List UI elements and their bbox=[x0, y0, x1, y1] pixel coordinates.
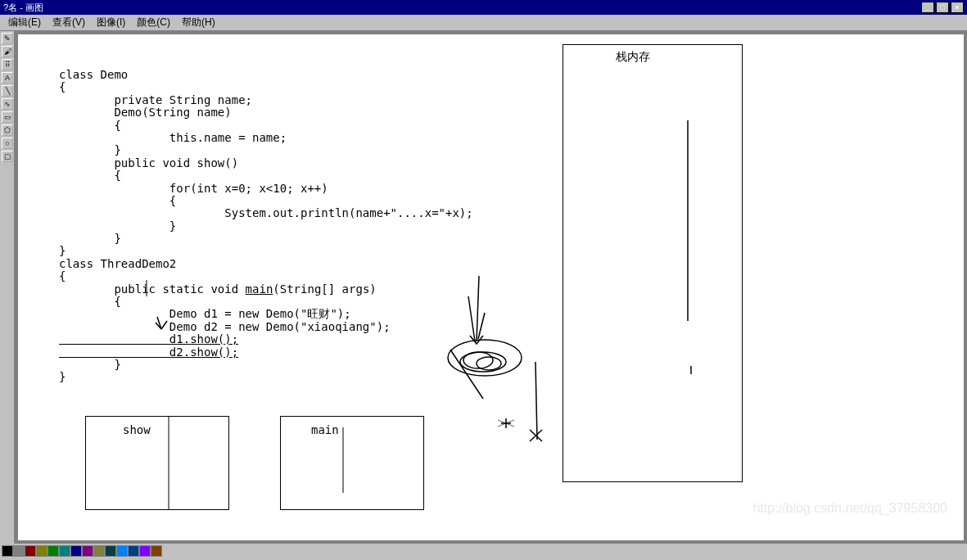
tool-curve-icon[interactable]: ∿ bbox=[2, 98, 13, 110]
color-green[interactable] bbox=[47, 545, 59, 557]
tool-line-icon[interactable]: ╲ bbox=[2, 85, 13, 97]
svg-line-6 bbox=[477, 276, 479, 341]
stack-memory-label: 栈内存 bbox=[616, 51, 650, 63]
tool-rect-icon[interactable]: ▭ bbox=[2, 111, 13, 123]
color-olive[interactable] bbox=[36, 545, 47, 557]
tool-panel: ✎ 🖌 ⠿ A ╲ ∿ ▭ ⬠ ○ ▢ bbox=[0, 31, 15, 544]
color-maroon[interactable] bbox=[25, 545, 36, 557]
tool-spray-icon[interactable]: ⠿ bbox=[2, 59, 13, 70]
color-darkteal[interactable] bbox=[105, 545, 116, 557]
color-navy[interactable] bbox=[70, 545, 82, 557]
menu-bar: 编辑(E) 查看(V) 图像(I) 颜色(C) 帮助(H) bbox=[0, 15, 967, 31]
stack-memory-box bbox=[563, 44, 743, 482]
tool-ellipse-icon[interactable]: ○ bbox=[2, 138, 13, 149]
show-box bbox=[85, 416, 229, 510]
menu-color[interactable]: 颜色(C) bbox=[132, 14, 175, 31]
svg-point-11 bbox=[477, 357, 501, 370]
color-gray[interactable] bbox=[13, 545, 25, 557]
main-box-label: main bbox=[311, 424, 339, 436]
menu-help[interactable]: 帮助(H) bbox=[177, 14, 220, 31]
title-bar: ?名 - 画图 _ □ × bbox=[0, 0, 967, 15]
watermark: http://blog.csdn.net/qq_37958300 bbox=[752, 501, 947, 516]
svg-line-7 bbox=[478, 313, 485, 339]
tool-pencil-icon[interactable]: ✎ bbox=[2, 33, 13, 44]
color-olive2[interactable] bbox=[93, 545, 105, 557]
color-blue[interactable] bbox=[116, 545, 128, 557]
canvas-wrapper: class Demo { private String name; Demo(S… bbox=[15, 31, 967, 544]
svg-line-13 bbox=[535, 362, 537, 440]
maximize-button[interactable]: □ bbox=[936, 2, 949, 13]
menu-edit[interactable]: 编辑(E) bbox=[3, 14, 46, 31]
color-teal[interactable] bbox=[59, 545, 70, 557]
color-black[interactable] bbox=[2, 545, 13, 557]
minimize-button[interactable]: _ bbox=[921, 2, 934, 13]
drawing-canvas[interactable]: class Demo { private String name; Demo(S… bbox=[18, 34, 964, 540]
tool-polygon-icon[interactable]: ⬠ bbox=[2, 124, 13, 136]
tool-brush-icon[interactable]: 🖌 bbox=[2, 46, 13, 57]
close-button[interactable]: × bbox=[951, 2, 964, 13]
window-controls: _ □ × bbox=[921, 2, 964, 13]
tool-rounded-icon[interactable]: ▢ bbox=[2, 151, 13, 162]
color-brown[interactable] bbox=[151, 545, 162, 557]
main-box bbox=[280, 416, 424, 510]
color-palette bbox=[0, 544, 164, 560]
color-violet[interactable] bbox=[139, 545, 151, 557]
tool-text-icon[interactable]: A bbox=[2, 72, 13, 84]
menu-image[interactable]: 图像(I) bbox=[92, 14, 130, 31]
color-purple[interactable] bbox=[82, 545, 93, 557]
main-area: ✎ 🖌 ⠿ A ╲ ∿ ▭ ⬠ ○ ▢ class Demo { private… bbox=[0, 31, 967, 544]
menu-view[interactable]: 查看(V) bbox=[47, 14, 90, 31]
code-text: class Demo { private String name; Demo(S… bbox=[59, 69, 473, 384]
window-title: ?名 - 画图 bbox=[3, 2, 43, 14]
color-darkblue[interactable] bbox=[128, 545, 139, 557]
show-box-label: show bbox=[123, 424, 151, 436]
